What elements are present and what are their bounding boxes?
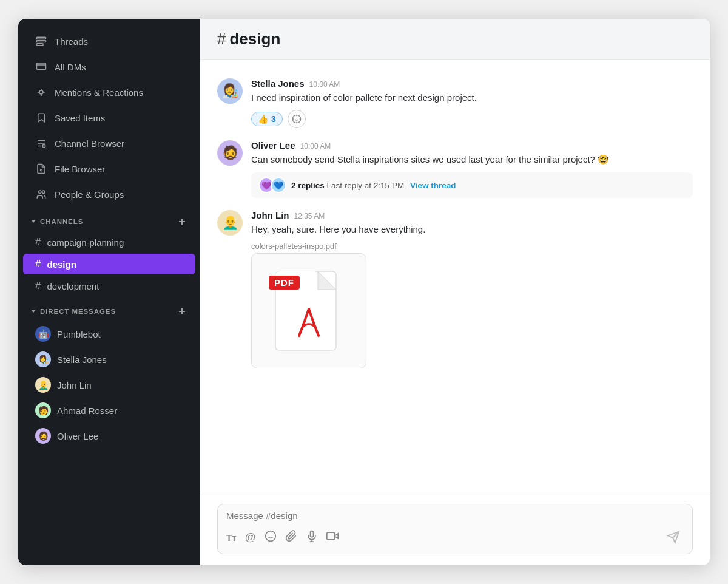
- message-input-area: Tт @: [200, 495, 710, 565]
- thread-avatars: 💜 💙: [258, 177, 286, 193]
- svg-marker-23: [334, 533, 338, 538]
- thread-info: 2 replies Last reply at 2:15 PM View thr…: [291, 181, 456, 190]
- avatar: 👨‍🦲: [217, 210, 243, 236]
- dm-item-ahmad[interactable]: 🧑 Ahmad Rosser: [23, 398, 195, 423]
- message-input[interactable]: [226, 511, 684, 521]
- dms-icon: [35, 61, 47, 73]
- svg-rect-0: [37, 37, 46, 39]
- svg-point-17: [265, 531, 275, 541]
- message-author: John Lin: [251, 210, 289, 220]
- message-body: Oliver Lee 10:00 AM Can somebody send St…: [251, 140, 693, 199]
- message-body: John Lin 12:35 AM Hey, yeah, sure. Here …: [251, 210, 693, 368]
- saved-label: Saved Items: [55, 113, 105, 123]
- avatar-oliver: 🧔: [35, 428, 51, 444]
- pdf-badge: PDF: [269, 276, 300, 290]
- mentions-icon: [35, 86, 47, 98]
- channels-collapse[interactable]: CHANNELS: [30, 218, 83, 225]
- dms-label: DIRECT MESSAGES: [40, 308, 116, 315]
- channel-item-campaign-planning[interactable]: # campaign-planning: [23, 232, 195, 253]
- svg-rect-1: [37, 41, 46, 42]
- channel-item-design[interactable]: # design: [23, 254, 195, 274]
- svg-point-6: [41, 169, 42, 171]
- replies-count: 2 replies: [291, 181, 325, 190]
- message-text: I need inspiration of color pallete for …: [251, 91, 693, 105]
- avatar-pumblebot: 🤖: [35, 326, 51, 342]
- channels-section-header: CHANNELS: [18, 207, 200, 231]
- dm-item-stella[interactable]: 👩‍🎨 Stella Jones: [23, 347, 195, 372]
- avatar-ahmad: 🧑: [35, 402, 51, 418]
- sidebar-item-people-groups[interactable]: People & Groups: [23, 182, 195, 206]
- channel-header: # design: [200, 19, 710, 60]
- avatar: 👩‍🎨: [217, 78, 243, 104]
- messages-area: 👩‍🎨 Stella Jones 10:00 AM I need inspira…: [200, 60, 710, 495]
- svg-rect-3: [37, 63, 46, 70]
- thread-preview: 💜 💙 2 replies Last reply at 2:15 PM View…: [251, 172, 693, 198]
- pdf-acrobat-icon: [293, 307, 325, 341]
- message-meta: Stella Jones 10:00 AM: [251, 78, 693, 89]
- dm-item-john[interactable]: 👨‍🦲 John Lin: [23, 373, 195, 397]
- dm-name: Ahmad Rosser: [57, 406, 117, 416]
- svg-point-4: [39, 90, 43, 94]
- message-group: 🧔 Oliver Lee 10:00 AM Can somebody send …: [217, 134, 693, 205]
- sidebar-item-saved[interactable]: Saved Items: [23, 106, 195, 130]
- dm-name: Stella Jones: [57, 355, 107, 365]
- pdf-filename: colors-palletes-inspo.pdf: [251, 242, 693, 251]
- channel-name: design: [47, 259, 76, 270]
- dm-item-pumblebot[interactable]: 🤖 Pumblebot: [23, 322, 195, 346]
- message-time: 12:35 AM: [294, 212, 325, 220]
- sidebar-item-channel-browser[interactable]: Channel Browser: [23, 131, 195, 155]
- dm-name: Oliver Lee: [57, 431, 98, 441]
- reaction-bar: 👍 3: [251, 110, 693, 128]
- reaction-thumbsup[interactable]: 👍 3: [251, 112, 283, 126]
- add-reaction-button[interactable]: [288, 110, 306, 128]
- sidebar: Threads All DMs Mentions & Reactions: [18, 19, 200, 565]
- sidebar-item-mentions[interactable]: Mentions & Reactions: [23, 80, 195, 104]
- svg-rect-24: [327, 532, 335, 540]
- message-text: Hey, yeah, sure. Here you have everythin…: [251, 223, 693, 237]
- message-meta: Oliver Lee 10:00 AM: [251, 140, 693, 151]
- mention-button[interactable]: @: [245, 531, 256, 544]
- pdf-attachment: colors-palletes-inspo.pdf: [251, 242, 693, 368]
- message-time: 10:00 AM: [309, 80, 340, 89]
- hash-icon: #: [35, 258, 41, 270]
- hash-icon: #: [35, 280, 41, 292]
- mic-button[interactable]: [306, 530, 318, 545]
- sidebar-item-file-browser[interactable]: File Browser: [23, 157, 195, 181]
- sidebar-item-threads[interactable]: Threads: [23, 29, 195, 53]
- message-group: 👨‍🦲 John Lin 12:35 AM Hey, yeah, sure. H…: [217, 204, 693, 375]
- mentions-label: Mentions & Reactions: [55, 87, 143, 98]
- video-button[interactable]: [326, 530, 339, 545]
- attach-button[interactable]: [285, 530, 297, 545]
- channels-label: CHANNELS: [40, 218, 83, 225]
- channel-item-development[interactable]: # development: [23, 276, 195, 296]
- send-button[interactable]: [663, 527, 684, 548]
- channel-name: campaign-planning: [47, 237, 124, 248]
- add-channel-button[interactable]: [176, 216, 188, 228]
- svg-rect-2: [37, 44, 44, 46]
- channel-name: development: [47, 281, 99, 291]
- message-time: 10:00 AM: [300, 142, 331, 151]
- sidebar-item-all-dms[interactable]: All DMs: [23, 55, 195, 79]
- thread-last-reply: Last reply at 2:15 PM: [327, 181, 405, 190]
- file-browser-icon: [35, 163, 47, 175]
- message-meta: John Lin 12:35 AM: [251, 210, 693, 220]
- saved-icon: [35, 112, 47, 124]
- hash-icon: #: [35, 236, 41, 248]
- message-text: Can somebody send Stella inspirations si…: [251, 153, 693, 167]
- emoji-button[interactable]: [265, 530, 277, 545]
- main-content: # design 👩‍🎨 Stella Jones 10:00 AM I nee…: [200, 19, 710, 565]
- message-group: 👩‍🎨 Stella Jones 10:00 AM I need inspira…: [217, 72, 693, 134]
- channel-browser-icon: [35, 137, 47, 149]
- input-toolbar: Tт @: [226, 527, 684, 548]
- add-dm-button[interactable]: [176, 305, 188, 317]
- dm-item-oliver[interactable]: 🧔 Oliver Lee: [23, 424, 195, 448]
- dms-collapse[interactable]: DIRECT MESSAGES: [30, 308, 116, 315]
- reaction-count: 3: [271, 114, 276, 124]
- avatar-john: 👨‍🦲: [35, 377, 51, 393]
- pdf-card[interactable]: PDF: [251, 253, 366, 368]
- view-thread-link[interactable]: View thread: [410, 181, 456, 190]
- svg-point-5: [42, 144, 46, 148]
- people-groups-label: People & Groups: [55, 189, 124, 200]
- format-text-button[interactable]: Tт: [226, 532, 237, 543]
- dm-name: John Lin: [57, 380, 92, 390]
